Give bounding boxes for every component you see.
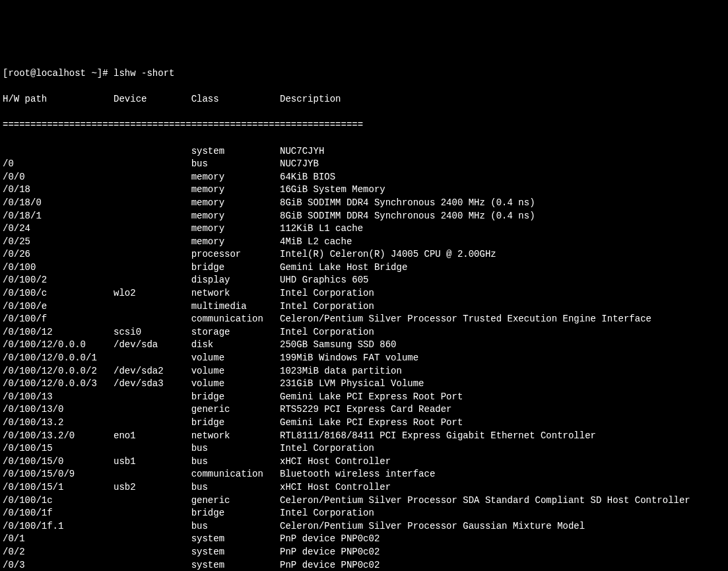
hardware-row: /0/100/12/0.0.0/2 /dev/sda2 volume 1023M… <box>3 365 725 378</box>
hardware-row: /0/0 memory 64KiB BIOS <box>3 171 725 184</box>
hardware-row: /0/100/13.2 bridge Gemini Lake PCI Expre… <box>3 417 725 430</box>
hardware-row: /0/100/15/0 usb1 bus xHCI Host Controlle… <box>3 455 725 469</box>
hardware-row: /0/100/13/0 generic RTS5229 PCI Express … <box>3 403 725 417</box>
hardware-row: /0/100/c wlo2 network Intel Corporation <box>3 287 725 300</box>
prompt: [root@localhost ~]# <box>3 68 114 79</box>
hardware-row: /0/100/1c generic Celeron/Pentium Silver… <box>3 494 725 508</box>
hardware-row: /0/100/12/0.0.0/1 volume 199MiB Windows … <box>3 352 725 365</box>
hardware-row: /0/100/15 bus Intel Corporation <box>3 442 725 455</box>
hardware-row: /0 bus NUC7JYB <box>3 158 725 171</box>
hardware-row: /0/2 system PnP device PNP0c02 <box>3 546 725 559</box>
terminal-output[interactable]: [root@localhost ~]# lshw -short H/W path… <box>3 54 725 571</box>
hardware-row: /0/100/12/0.0.0 /dev/sda disk 250GB Sams… <box>3 339 725 352</box>
hardware-row: /0/100/e multimedia Intel Corporation <box>3 300 725 314</box>
command-text: lshw -short <box>114 68 174 79</box>
hardware-row: /0/24 memory 112KiB L1 cache <box>3 222 725 236</box>
hardware-row: /0/3 system PnP device PNP0c02 <box>3 559 725 571</box>
hardware-row: /0/100/2 display UHD Graphics 605 <box>3 274 725 287</box>
hardware-row: system NUC7CJYH <box>3 145 725 158</box>
hardware-row: /0/25 memory 4MiB L2 cache <box>3 236 725 249</box>
hardware-row: /0/100/1f bridge Intel Corporation <box>3 507 725 520</box>
header-row: H/W path Device Class Description <box>3 93 725 106</box>
hardware-row: /0/100/f communication Celeron/Pentium S… <box>3 313 725 326</box>
hardware-row: /0/100 bridge Gemini Lake Host Bridge <box>3 261 725 275</box>
command-line: [root@localhost ~]# lshw -short <box>3 67 725 81</box>
hardware-row: /0/18 memory 16GiB System Memory <box>3 184 725 197</box>
hardware-table: system NUC7CJYH/0 bus NUC7JYB/0/0 memory… <box>3 145 725 571</box>
hardware-row: /0/18/0 memory 8GiB SODIMM DDR4 Synchron… <box>3 197 725 210</box>
hardware-row: /0/100/15/1 usb2 bus xHCI Host Controlle… <box>3 481 725 494</box>
hardware-row: /0/18/1 memory 8GiB SODIMM DDR4 Synchron… <box>3 210 725 223</box>
separator-line: ========================================… <box>3 119 725 132</box>
hardware-row: /0/100/12/0.0.0/3 /dev/sda3 volume 231Gi… <box>3 378 725 391</box>
hardware-row: /0/26 processor Intel(R) Celeron(R) J400… <box>3 248 725 261</box>
hardware-row: /0/1 system PnP device PNP0c02 <box>3 533 725 546</box>
hardware-row: /0/100/13.2/0 eno1 network RTL8111/8168/… <box>3 430 725 443</box>
hardware-row: /0/100/13 bridge Gemini Lake PCI Express… <box>3 391 725 404</box>
hardware-row: /0/100/12 scsi0 storage Intel Corporatio… <box>3 326 725 339</box>
hardware-row: /0/100/15/0/9 communication Bluetooth wi… <box>3 468 725 481</box>
hardware-row: /0/100/1f.1 bus Celeron/Pentium Silver P… <box>3 520 725 533</box>
